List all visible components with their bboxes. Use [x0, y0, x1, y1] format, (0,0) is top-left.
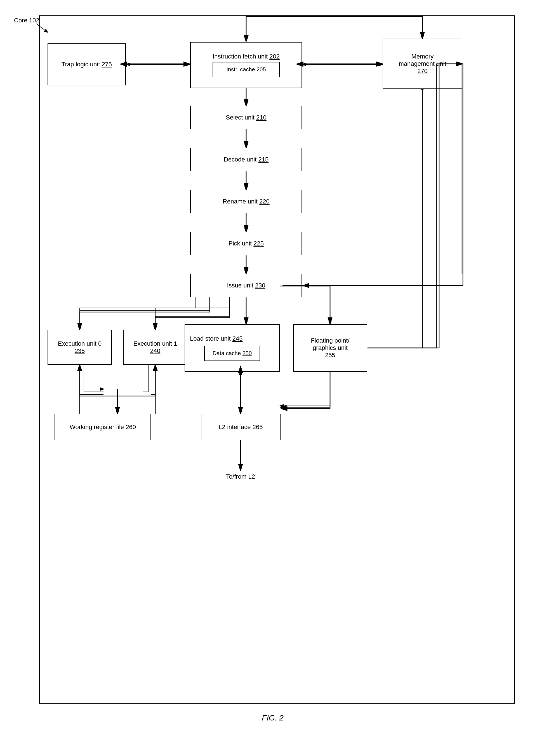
- pick-label: Pick unit 225: [229, 240, 264, 247]
- l2-interface: L2 interface 265: [201, 414, 281, 440]
- rename-label: Rename unit 220: [223, 198, 270, 205]
- fp-graphics-unit: Floating point/graphics unit255: [293, 324, 367, 372]
- decode-unit: Decode unit 215: [190, 148, 302, 171]
- data-cache-box: Data cache 250: [204, 346, 260, 361]
- instr-cache-label: Instr. cache 205: [226, 66, 266, 73]
- instruction-fetch-label: Instruction fetch unit 202: [212, 53, 280, 60]
- issue-label: Issue unit 230: [227, 282, 265, 289]
- fp-graphics-label: Floating point/graphics unit255: [311, 337, 349, 359]
- memory-mgmt-label: Memorymanagement unit270: [399, 53, 447, 75]
- diagram-container: Core 102: [0, 0, 558, 756]
- instruction-fetch-number: 202: [269, 53, 280, 60]
- core-label-arrow: Core 102: [14, 14, 76, 36]
- exec1-label: Execution unit 1240: [133, 340, 177, 355]
- pick-unit: Pick unit 225: [190, 232, 302, 255]
- execution-unit-0: Execution unit 0235: [48, 330, 112, 365]
- data-cache-label: Data cache 250: [212, 350, 252, 357]
- working-register-file: Working register file 260: [54, 414, 151, 440]
- issue-unit: Issue unit 230: [190, 274, 302, 297]
- execution-unit-1: Execution unit 1240: [123, 330, 187, 365]
- l2-interface-label: L2 interface 265: [219, 423, 263, 431]
- trap-logic-unit: Trap logic unit 275: [48, 43, 126, 86]
- select-label: Select unit 210: [226, 114, 267, 121]
- core-label-text: Core 102: [14, 17, 40, 24]
- instruction-fetch-unit: Instruction fetch unit 202 Instr. cache …: [190, 42, 302, 88]
- exec0-label: Execution unit 0235: [58, 340, 102, 355]
- rename-unit: Rename unit 220: [190, 190, 302, 213]
- instr-cache-box: Instr. cache 205: [212, 62, 280, 77]
- tofrom-l2-label: To/from L2: [212, 473, 269, 480]
- memory-mgmt-unit: Memorymanagement unit270: [383, 39, 462, 89]
- svg-line-0: [36, 24, 48, 32]
- select-unit: Select unit 210: [190, 106, 302, 129]
- trap-logic-label: Trap logic unit 275: [61, 61, 112, 68]
- decode-label: Decode unit 215: [224, 156, 269, 163]
- load-store-label: Load store unit 245: [188, 335, 243, 342]
- load-store-unit: Load store unit 245 Data cache 250: [185, 324, 280, 372]
- working-reg-label: Working register file 260: [70, 423, 136, 431]
- figure-label: FIG. 2: [238, 713, 308, 723]
